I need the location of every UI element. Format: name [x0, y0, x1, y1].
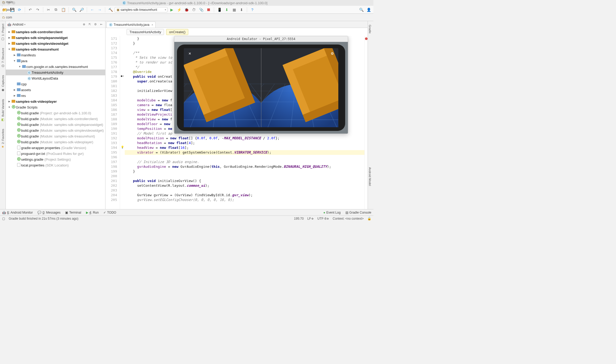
- line-separator[interactable]: LF≑: [307, 217, 314, 220]
- tree-row[interactable]: build.gradle (Project: gvr-android-sdk-1…: [6, 110, 105, 116]
- collapse-all-icon[interactable]: ⇱: [87, 22, 92, 27]
- copy-icon[interactable]: ⧉: [53, 7, 59, 13]
- file-encoding[interactable]: UTF-8≑: [317, 217, 329, 220]
- apply-changes-icon[interactable]: ⚡: [176, 7, 182, 13]
- tree-row[interactable]: ▶manifests: [6, 52, 105, 58]
- tree-row[interactable]: proguard-gvr.txt (ProGuard Rules for gvr…: [6, 151, 105, 156]
- avd-manager-icon[interactable]: 📱: [216, 7, 223, 13]
- profile-icon[interactable]: ⏱: [191, 7, 197, 13]
- tree-row[interactable]: ▼Gradle Scripts: [6, 104, 105, 110]
- tree-row[interactable]: build.gradle (Module: samples-sdk-treasu…: [6, 133, 105, 139]
- error-stripe[interactable]: [364, 36, 368, 209]
- cut-icon[interactable]: ✂: [45, 7, 52, 13]
- caret-position[interactable]: 195:70: [294, 217, 304, 220]
- sdk-manager-icon[interactable]: ⬇: [224, 7, 230, 13]
- tree-row[interactable]: ▶assets: [6, 87, 105, 93]
- breadcrumb-item[interactable]: 🗀java: [2, 8, 42, 12]
- layout-inspector-icon[interactable]: ▦: [231, 7, 237, 13]
- tree-row[interactable]: ▶samples-sdk-simplepanowidget: [6, 35, 105, 41]
- tab-messages[interactable]: 💬0: Messages: [37, 211, 60, 214]
- emulator-title: Android Emulator - Pixel_API_27:5554: [174, 36, 348, 42]
- main-toolbar: 📂 💾 ⟳ ↶ ↷ ✂ ⧉ 📋 🔍 🔎 ← → 🔨 ▣ samples-sdk-…: [0, 6, 373, 14]
- editor-tab-label: TreasureHuntActivity.java: [114, 23, 149, 27]
- project-tree[interactable]: ▶samples-sdk-controllerclient▶samples-sd…: [6, 28, 105, 209]
- context-selector[interactable]: Context: <no context>: [333, 217, 364, 220]
- tab-gradle-console[interactable]: ▤Gradle Console: [345, 211, 371, 214]
- emulator-screen[interactable]: ✕ ⚙: [184, 48, 338, 127]
- crumb-method[interactable]: onCreate(): [166, 29, 188, 35]
- vr-settings-icon[interactable]: ⚙: [331, 51, 334, 56]
- run-config-selector[interactable]: ▣ samples-sdk-treasurehunt: [115, 7, 167, 12]
- tab-todo[interactable]: ✓TODO: [103, 211, 116, 214]
- tab-android-monitor[interactable]: 🤖6: Android Monitor: [2, 211, 33, 214]
- tree-row[interactable]: CTreasureHuntActivity: [6, 70, 105, 75]
- error-marker[interactable]: [365, 37, 368, 40]
- java-class-icon: C: [122, 1, 126, 5]
- tree-row[interactable]: build.gradle (Module: samples-sdk-contro…: [6, 116, 105, 122]
- android-emulator-window[interactable]: Android Emulator - Pixel_API_27:5554 ✕ ⚙…: [174, 36, 348, 134]
- hide-icon[interactable]: ⇤: [99, 22, 104, 27]
- back-icon[interactable]: ←: [89, 7, 95, 13]
- build-icon[interactable]: 🔨: [107, 7, 114, 13]
- breadcrumb-item[interactable]: 🗀main: [2, 0, 42, 4]
- editor-breadcrumb: TreasureHuntActivity onCreate(): [105, 28, 368, 36]
- tab-build-variants[interactable]: ◧Build Variants: [1, 98, 5, 122]
- paste-icon[interactable]: 📋: [60, 7, 66, 13]
- tree-row[interactable]: ▶res: [6, 93, 105, 99]
- attach-debugger-icon[interactable]: 📎: [198, 7, 204, 13]
- help-icon[interactable]: ?: [249, 7, 256, 13]
- tree-row[interactable]: ▶samples-sdk-controllerclient: [6, 29, 105, 35]
- navigation-bar: 🗀gvr-android-sdk-1.100.0〉🗀samples〉🗀sdk-t…: [0, 14, 373, 21]
- editor-tab-active[interactable]: C TreasureHuntActivity.java ×: [107, 22, 156, 28]
- code-editor[interactable]: 1711721731741751761771781791801811821831…: [105, 36, 368, 209]
- tree-row[interactable]: gradle-wrapper.properties (Gradle Versio…: [6, 145, 105, 151]
- tab-terminal[interactable]: ▣Terminal: [65, 211, 81, 214]
- tree-row[interactable]: ▼samples-sdk-treasurehunt: [6, 46, 105, 52]
- project-view-selector[interactable]: Android ▾: [12, 23, 80, 26]
- right-tool-tabs: Gradle Android Model: [368, 21, 373, 209]
- tree-row[interactable]: ▶samples-sdk-videoplayer: [6, 99, 105, 104]
- tree-row[interactable]: ▼java: [6, 58, 105, 64]
- tree-row[interactable]: CWorldLayoutData: [6, 75, 105, 81]
- tab-favorites[interactable]: ★2: Favorites: [1, 128, 5, 150]
- tree-row[interactable]: ▼com.google.vr.sdk.samples.treasurehunt: [6, 64, 105, 70]
- tab-run[interactable]: ▶4: Run: [86, 211, 99, 214]
- close-tab-icon[interactable]: ×: [151, 23, 153, 26]
- tab-captures[interactable]: ◉Captures: [1, 74, 5, 93]
- editor-area: C TreasureHuntActivity.java × TreasureHu…: [105, 21, 368, 209]
- tree-row[interactable]: settings.gradle (Project Settings): [6, 156, 105, 162]
- vr-close-icon[interactable]: ✕: [189, 51, 191, 56]
- breadcrumb-item[interactable]: 🗀com: [2, 16, 42, 19]
- run-config-label: samples-sdk-treasurehunt: [121, 8, 157, 12]
- tab-gradle[interactable]: Gradle: [368, 24, 372, 35]
- lock-icon[interactable]: 🔓: [367, 217, 371, 220]
- status-toggle-icon[interactable]: ▢: [2, 217, 5, 220]
- window-title: TreasureHuntActivity.java - gvr-android-…: [127, 1, 267, 5]
- replace-icon[interactable]: 🔎: [78, 7, 85, 13]
- tree-row[interactable]: build.gradle (Module: samples-sdk-simple…: [6, 122, 105, 127]
- device-file-explorer-icon[interactable]: ⬇: [238, 7, 245, 13]
- tab-event-log[interactable]: ●Event Log: [323, 211, 340, 214]
- tree-row[interactable]: build.gradle (Module: samples-sdk-simple…: [6, 127, 105, 133]
- module-icon: ▣: [117, 8, 119, 12]
- stop-icon[interactable]: [205, 7, 212, 13]
- tree-row[interactable]: ▶samples-sdk-simplevideowidget: [6, 41, 105, 46]
- tree-row[interactable]: local.properties (SDK Location): [6, 162, 105, 168]
- java-class-icon: C: [109, 23, 113, 27]
- scroll-from-source-icon[interactable]: ⊕: [81, 22, 86, 27]
- crumb-class[interactable]: TreasureHuntActivity: [127, 29, 164, 35]
- run-icon[interactable]: ▶: [169, 7, 175, 13]
- debug-icon[interactable]: 🐞: [183, 7, 190, 13]
- search-everywhere-icon[interactable]: 🔍: [358, 7, 364, 13]
- status-message: Gradle build finished in 21s 57ms (3 min…: [9, 217, 78, 220]
- tab-structure[interactable]: ⌬7: Structure: [1, 47, 5, 69]
- status-bar: ▢ Gradle build finished in 21s 57ms (3 m…: [0, 215, 373, 221]
- forward-icon[interactable]: →: [97, 7, 103, 13]
- find-icon[interactable]: 🔍: [71, 7, 77, 13]
- tree-row[interactable]: build.gradle (Module: samples-sdk-videop…: [6, 139, 105, 145]
- tab-project[interactable]: ▢1: Project: [1, 23, 5, 42]
- settings-icon[interactable]: ⚙: [93, 22, 98, 27]
- user-icon[interactable]: 👤: [365, 7, 372, 13]
- tab-android-model[interactable]: Android Model: [368, 166, 372, 187]
- tree-row[interactable]: cpp: [6, 81, 105, 87]
